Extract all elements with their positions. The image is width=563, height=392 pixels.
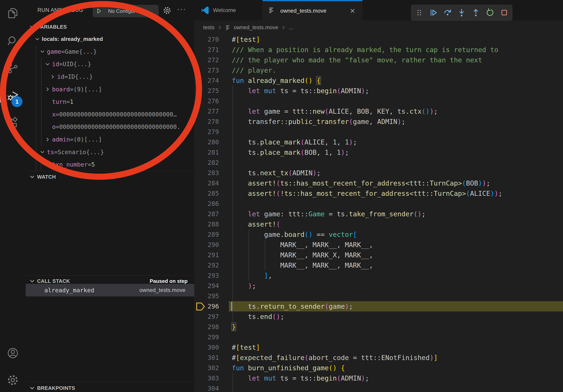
line-number[interactable]: 294 bbox=[202, 281, 219, 291]
code-line-304[interactable]: 304 bbox=[194, 383, 563, 392]
code-line-284[interactable]: 284 assert!(ts::has_most_recent_for_addr… bbox=[194, 178, 563, 188]
line-number[interactable]: 293 bbox=[202, 270, 219, 281]
line-number[interactable]: 302 bbox=[202, 363, 219, 373]
code-line-275[interactable]: 275 let mut ts = ts::begin(ADMIN); bbox=[194, 86, 563, 96]
restart-icon[interactable] bbox=[485, 8, 495, 17]
more-actions-icon[interactable]: ··· bbox=[177, 5, 186, 13]
code-line-270[interactable]: 270#[test] bbox=[194, 34, 563, 45]
line-number[interactable]: 272 bbox=[202, 55, 219, 65]
line-number[interactable]: 274 bbox=[202, 75, 219, 86]
code-line-283[interactable]: 283 ts.next_tx(ADMIN); bbox=[194, 168, 563, 178]
step-into-icon[interactable] bbox=[457, 8, 466, 17]
line-number[interactable]: 279 bbox=[202, 127, 219, 137]
debug-config-dropdown[interactable]: No Configur bbox=[93, 5, 159, 17]
line-number[interactable]: 278 bbox=[202, 117, 219, 127]
line-number[interactable]: 291 bbox=[202, 250, 219, 260]
stop-icon[interactable] bbox=[499, 8, 509, 17]
line-number[interactable]: 285 bbox=[202, 188, 219, 198]
code-line-296[interactable]: 296 ts.return_to_sender(game); bbox=[194, 301, 563, 312]
variable-row-admin[interactable]: admin = (0)[...] bbox=[26, 133, 194, 146]
breadcrumb-item[interactable]: tests bbox=[203, 25, 214, 31]
variable-row-o[interactable]: o = 000000000000000000000000000000000. bbox=[26, 121, 194, 133]
variable-row-game[interactable]: game = Game{...} bbox=[26, 45, 194, 58]
line-number[interactable]: 296 bbox=[202, 301, 219, 312]
line-number[interactable]: 284 bbox=[202, 178, 219, 188]
gear-icon[interactable] bbox=[163, 6, 172, 15]
line-number[interactable]: 275 bbox=[202, 86, 219, 96]
variable-row-turn[interactable]: turn = 1 bbox=[26, 95, 194, 108]
code-line-291[interactable]: 291 MARK__, MARK_X, MARK__, bbox=[194, 250, 563, 260]
line-number[interactable]: 300 bbox=[202, 342, 219, 353]
line-number[interactable]: 297 bbox=[202, 312, 219, 322]
line-number[interactable]: 287 bbox=[202, 209, 219, 219]
extensions-icon[interactable] bbox=[6, 117, 19, 130]
code-line-277[interactable]: 277 let game = ttt::new(ALICE, BOB, KEY,… bbox=[194, 106, 563, 117]
line-number[interactable]: 277 bbox=[202, 106, 219, 117]
line-number[interactable]: 282 bbox=[202, 157, 219, 168]
variable-row-id[interactable]: id = UID{...} bbox=[26, 58, 194, 70]
variable-scope-row[interactable]: locals: already_marked bbox=[26, 33, 194, 45]
line-number[interactable]: 289 bbox=[202, 229, 219, 240]
line-number[interactable]: 304 bbox=[202, 383, 219, 392]
search-icon[interactable] bbox=[6, 35, 19, 48]
variables-section-header[interactable]: VARIABLES bbox=[26, 22, 194, 32]
code-line-287[interactable]: 287 let game: ttt::Game = ts.take_from_s… bbox=[194, 209, 563, 219]
line-number[interactable]: 280 bbox=[202, 137, 219, 147]
code-line-295[interactable]: 295 bbox=[194, 291, 563, 301]
line-number[interactable]: 273 bbox=[202, 65, 219, 75]
call-stack-frame[interactable]: already_marked owned_tests.move bbox=[26, 284, 194, 297]
code-line-293[interactable]: 293 ], bbox=[194, 270, 563, 281]
watch-section-header[interactable]: WATCH bbox=[26, 172, 194, 182]
settings-gear-icon[interactable] bbox=[6, 374, 19, 387]
code-line-297[interactable]: 297 ts.end(); bbox=[194, 312, 563, 322]
continue-icon[interactable] bbox=[429, 8, 438, 17]
code-line-280[interactable]: 280 ts.place_mark(ALICE, 1, 1); bbox=[194, 137, 563, 147]
line-number[interactable]: 283 bbox=[202, 168, 219, 178]
account-icon[interactable] bbox=[6, 347, 19, 360]
line-number[interactable]: 276 bbox=[202, 96, 219, 106]
line-number[interactable]: 295 bbox=[202, 291, 219, 301]
code-line-292[interactable]: 292 MARK__, MARK__, MARK__, bbox=[194, 260, 563, 270]
variable-row-x[interactable]: x = 00000000000000000000000000000000… bbox=[26, 108, 194, 121]
tab-owned-tests[interactable]: owned_tests.move bbox=[263, 0, 362, 21]
code-line-278[interactable]: 278 transfer::public_transfer(game, ADMI… bbox=[194, 117, 563, 127]
code-line-288[interactable]: 288 assert!( bbox=[194, 219, 563, 229]
code-line-281[interactable]: 281 ts.place_mark(BOB, 1, 1); bbox=[194, 147, 563, 157]
line-number[interactable]: 299 bbox=[202, 332, 219, 342]
line-number[interactable]: 301 bbox=[202, 353, 219, 363]
line-number[interactable]: 286 bbox=[202, 198, 219, 209]
variable-row-board[interactable]: board = (9)[...] bbox=[26, 83, 194, 95]
line-number[interactable]: 270 bbox=[202, 34, 219, 45]
close-icon[interactable] bbox=[349, 8, 356, 14]
code-line-302[interactable]: 302fun burn_unfinished_game() { bbox=[194, 363, 563, 373]
line-number[interactable]: 288 bbox=[202, 219, 219, 229]
code-line-289[interactable]: 289 game.board() == vector[ bbox=[194, 229, 563, 240]
code-line-273[interactable]: 273/// player. bbox=[194, 65, 563, 75]
source-control-icon[interactable] bbox=[6, 62, 19, 75]
breakpoints-section-header[interactable]: BREAKPOINTS bbox=[26, 383, 194, 392]
breadcrumb-item[interactable]: ... bbox=[289, 25, 293, 31]
step-over-icon[interactable] bbox=[443, 8, 452, 17]
tab-welcome[interactable]: Welcome bbox=[195, 0, 263, 21]
code-area[interactable]: 270#[test]271/// When a position is alre… bbox=[194, 34, 563, 392]
code-line-299[interactable]: 299 bbox=[194, 332, 563, 342]
drag-handle[interactable] bbox=[414, 8, 424, 17]
line-number[interactable]: 281 bbox=[202, 147, 219, 157]
code-line-294[interactable]: 294 ); bbox=[194, 281, 563, 291]
line-number[interactable]: 303 bbox=[202, 373, 219, 383]
line-number[interactable]: 271 bbox=[202, 45, 219, 55]
code-line-290[interactable]: 290 MARK__, MARK__, MARK__, bbox=[194, 240, 563, 250]
explorer-icon[interactable] bbox=[6, 7, 19, 20]
code-line-271[interactable]: 271/// When a position is already marked… bbox=[194, 45, 563, 55]
code-line-301[interactable]: 301#[expected_failure(abort_code = ttt::… bbox=[194, 353, 563, 363]
line-number[interactable]: 298 bbox=[202, 322, 219, 332]
code-line-286[interactable]: 286 bbox=[194, 198, 563, 209]
line-number[interactable]: 290 bbox=[202, 240, 219, 250]
code-line-279[interactable]: 279 bbox=[194, 127, 563, 137]
code-line-300[interactable]: 300#[test] bbox=[194, 342, 563, 353]
variable-row-ts[interactable]: ts = Scenario{...} bbox=[26, 146, 194, 158]
code-line-272[interactable]: 272/// the player who made the "false" m… bbox=[194, 55, 563, 65]
variable-row-id[interactable]: id = ID{...} bbox=[26, 70, 194, 83]
code-line-282[interactable]: 282 bbox=[194, 157, 563, 168]
variable-row-txn_number[interactable]: txn_number = 5 bbox=[26, 158, 194, 171]
